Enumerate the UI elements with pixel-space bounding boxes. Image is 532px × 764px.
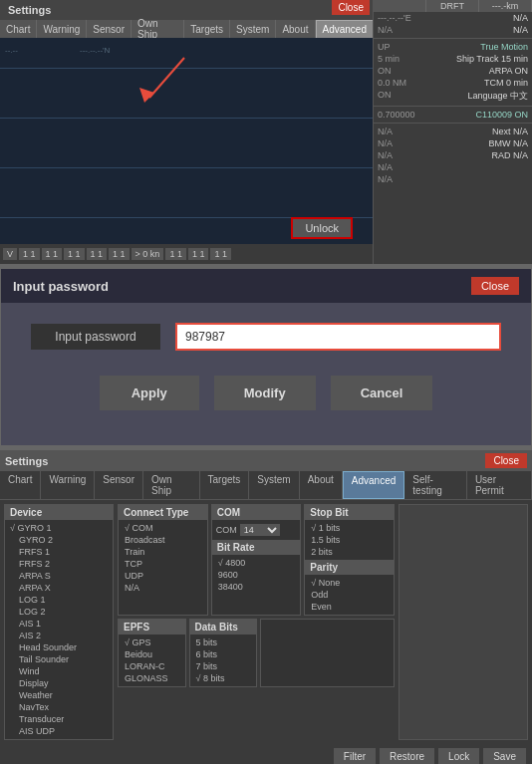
- parity-even[interactable]: Even: [309, 601, 390, 613]
- s3-tab-ownship[interactable]: Own Ship: [143, 471, 200, 499]
- connect-na[interactable]: N/A: [123, 582, 203, 594]
- bitrate-9600[interactable]: 9600: [216, 569, 297, 581]
- cancel-button[interactable]: Cancel: [331, 376, 433, 410]
- com-panel: COM COM 14 1 2 3 Bit Ra: [211, 504, 302, 616]
- tab-targets[interactable]: Targets: [184, 20, 230, 38]
- save-button[interactable]: Save: [483, 748, 526, 764]
- password-input-row: Input password: [31, 323, 501, 351]
- section3-tabs: Chart Warning Sensor Own Ship Targets Sy…: [0, 471, 532, 500]
- middle-panels: Connect Type COM Broadcast Train TCP UDP…: [118, 504, 395, 740]
- databits-5[interactable]: 5 bits: [194, 637, 253, 648]
- epfs-gps[interactable]: GPS: [123, 637, 181, 648]
- nav-btn-8[interactable]: 1 1: [188, 248, 209, 260]
- device-log1[interactable]: LOG 1: [7, 594, 111, 606]
- password-field[interactable]: [175, 323, 501, 351]
- device-arpas[interactable]: ARPA S: [7, 570, 111, 582]
- device-tailsounder[interactable]: Tail Sounder: [7, 653, 111, 665]
- device-log2[interactable]: LOG 2: [7, 606, 111, 618]
- nav-btn-5[interactable]: 1 1: [87, 248, 108, 260]
- modify-button[interactable]: Modify: [214, 376, 316, 410]
- bitrate-4800[interactable]: 4800: [216, 557, 297, 569]
- apply-button[interactable]: Apply: [100, 376, 199, 410]
- s3-tab-chart[interactable]: Chart: [0, 471, 41, 499]
- s3-tab-selftesting[interactable]: Self-testing: [404, 471, 467, 499]
- device-weather[interactable]: Weather: [7, 689, 111, 701]
- nav-btn-3[interactable]: 1 1: [42, 248, 63, 260]
- s3-tab-about[interactable]: About: [300, 471, 343, 499]
- filter-button[interactable]: Filter: [334, 748, 376, 764]
- rph-km: ---.-km: [479, 0, 532, 12]
- device-navtex[interactable]: NavTex: [7, 701, 111, 713]
- unlock-button[interactable]: Unlock: [291, 217, 353, 239]
- lock-button[interactable]: Lock: [438, 748, 479, 764]
- s3-tab-userpermit[interactable]: User Permit: [467, 471, 532, 499]
- nav-btn-7[interactable]: 1 1: [165, 248, 186, 260]
- right-data-panel: DRFT ---.-km ---.--.--'E N/A N/A N/A UP …: [373, 0, 532, 264]
- bitrate-38400[interactable]: 38400: [216, 581, 297, 593]
- settings-title: Settings: [0, 4, 59, 16]
- databits-8[interactable]: 8 bits: [194, 672, 253, 684]
- nav-btn-9[interactable]: 1 1: [210, 248, 231, 260]
- device-transducer[interactable]: Transducer: [7, 713, 111, 725]
- tab-warning[interactable]: Warning: [37, 20, 87, 38]
- data-bits-title: Data Bits: [190, 620, 257, 635]
- tab-system[interactable]: System: [230, 20, 276, 38]
- connect-train[interactable]: Train: [123, 546, 203, 558]
- device-display[interactable]: Display: [7, 677, 111, 689]
- bottom-nav: V 1 1 1 1 1 1 1 1 1 1 > 0 kn 1 1 1 1 1 1: [0, 244, 374, 264]
- nav-btn-1[interactable]: V: [3, 248, 17, 260]
- device-ais1[interactable]: AIS 1: [7, 618, 111, 630]
- connect-com[interactable]: COM: [123, 522, 203, 534]
- section3-close-button[interactable]: Close: [485, 453, 527, 468]
- stopbit-15[interactable]: 1.5 bits: [309, 534, 390, 546]
- right-large-panel: [399, 504, 528, 740]
- device-headsounder[interactable]: Head Sounder: [7, 641, 111, 653]
- rp-row-up: UP True Motion: [374, 41, 532, 53]
- restore-button[interactable]: Restore: [380, 748, 434, 764]
- tab-about[interactable]: About: [276, 20, 315, 38]
- device-arpax[interactable]: ARPA X: [7, 582, 111, 594]
- device-frfs1[interactable]: FRFS 1: [7, 546, 111, 558]
- dialog-header: Input password Close: [1, 269, 531, 303]
- epfs-glonass[interactable]: GLONASS: [123, 672, 181, 684]
- parity-title: Parity: [305, 560, 394, 575]
- connect-tcp[interactable]: TCP: [123, 558, 203, 570]
- dialog-close-button[interactable]: Close: [471, 277, 519, 295]
- device-aisudp[interactable]: AIS UDP: [7, 725, 111, 737]
- nav-btn-4[interactable]: 1 1: [64, 248, 85, 260]
- databits-7[interactable]: 7 bits: [194, 660, 253, 672]
- tab-advanced[interactable]: Advanced: [316, 20, 374, 38]
- device-frfs2[interactable]: FRFS 2: [7, 558, 111, 570]
- parity-odd[interactable]: Odd: [309, 589, 390, 601]
- connect-udp[interactable]: UDP: [123, 570, 203, 582]
- middle-top-row: Connect Type COM Broadcast Train TCP UDP…: [118, 504, 395, 616]
- nav-btn-speed[interactable]: > 0 kn: [132, 248, 164, 260]
- section3-header: Settings Close: [0, 450, 532, 471]
- tab-ownship[interactable]: Own Ship: [132, 20, 184, 38]
- device-gyro2[interactable]: GYRO 2: [7, 534, 111, 546]
- device-wind[interactable]: Wind: [7, 665, 111, 677]
- device-ais2[interactable]: AIS 2: [7, 630, 111, 641]
- empty-panel: [260, 619, 395, 687]
- connect-broadcast[interactable]: Broadcast: [123, 534, 203, 546]
- nav-btn-2[interactable]: 1 1: [19, 248, 40, 260]
- s3-tab-advanced[interactable]: Advanced: [343, 471, 404, 499]
- rp-row-lang: ON Language 中文: [374, 89, 532, 104]
- s3-tab-targets[interactable]: Targets: [200, 471, 250, 499]
- epfs-loran[interactable]: LORAN-C: [123, 660, 181, 672]
- section3-title: Settings: [5, 455, 48, 467]
- s3-tab-system[interactable]: System: [249, 471, 299, 499]
- tab-chart[interactable]: Chart: [0, 20, 37, 38]
- s3-tab-sensor[interactable]: Sensor: [95, 471, 143, 499]
- device-gyro1[interactable]: GYRO 1: [7, 522, 111, 534]
- s3-tab-warning[interactable]: Warning: [41, 471, 95, 499]
- nav-btn-6[interactable]: 1 1: [109, 248, 130, 260]
- stopbit-1[interactable]: 1 bits: [309, 522, 390, 534]
- settings-close-button[interactable]: Close: [332, 0, 370, 15]
- parity-none[interactable]: None: [309, 577, 390, 589]
- tab-sensor[interactable]: Sensor: [87, 20, 132, 38]
- com-select[interactable]: 14 1 2 3: [240, 524, 280, 536]
- databits-6[interactable]: 6 bits: [194, 648, 253, 660]
- stopbit-2[interactable]: 2 bits: [309, 546, 390, 558]
- epfs-beidou[interactable]: Beidou: [123, 648, 181, 660]
